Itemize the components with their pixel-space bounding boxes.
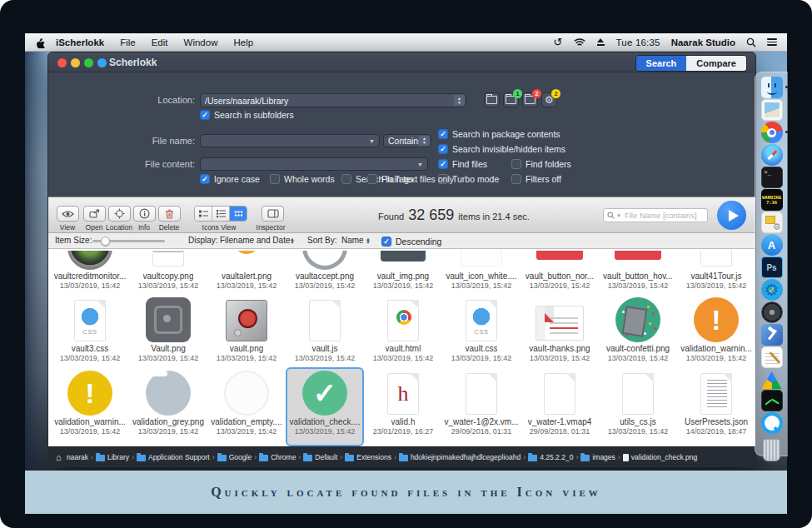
time-machine-icon[interactable]: ↺ [554,37,563,47]
close-window-button[interactable] [57,58,67,67]
location-combo[interactable]: /Users/naarak/Library ▲▼ [200,93,466,107]
file-item[interactable]: vault-thanks.png13/03/2019, 15:42 [521,294,599,367]
window-titlebar[interactable]: Scherlokk Search Compare [48,52,755,72]
path-item[interactable]: validation_check.png [623,453,697,461]
open-button[interactable] [83,206,106,222]
extra-window-button[interactable] [97,58,107,67]
checkbox-filters-off[interactable]: Filters off [511,173,561,184]
checkbox-plain-text-only[interactable]: Plain text files only [367,173,454,184]
file-item[interactable]: vault-confetti.png13/03/2019, 15:42 [599,294,677,367]
path-item[interactable]: hdokiejnpimakedhajhdlcegeplioahd [399,453,521,461]
file-item[interactable]: v_water-1.vmap429/09/2018, 01:31 [521,367,599,446]
file-item[interactable]: vaultcopy.png13/03/2019, 15:42 [129,249,207,294]
file-item[interactable]: validation_check....13/03/2019, 15:42 [286,367,364,446]
file-item[interactable]: Vault.png13/03/2019, 15:42 [129,294,207,367]
apple-menu-icon[interactable] [35,37,45,48]
menu-edit[interactable]: Edit [152,37,168,47]
file-item[interactable]: vault.png13/03/2019, 15:42 [207,294,286,367]
file-item[interactable]: validation_empty....13/03/2019, 15:42 [207,367,286,446]
file-item[interactable]: validation_warnin...13/03/2019, 15:42 [51,367,129,446]
menu-app-name[interactable]: iScherlokk [56,37,104,47]
dock-photos[interactable] [761,99,783,121]
file-item[interactable]: vaultaccept.png13/03/2019, 15:42 [286,249,364,294]
file-item[interactable]: vault_button_nor...13/03/2019, 15:42 [521,249,599,294]
dock-updater[interactable] [761,279,783,301]
file-item[interactable]: vault3.css13/03/2019, 15:42 [51,294,129,367]
file-item[interactable]: vault_icon_white....13/03/2019, 15:42 [442,249,521,294]
start-search-button[interactable] [717,201,746,230]
display-select[interactable]: Filename and Date [220,233,291,248]
dock-photoshop[interactable] [761,257,783,278]
item-size-slider[interactable] [92,240,165,242]
inspector-button[interactable] [262,206,284,222]
eject-icon[interactable] [596,38,605,46]
list-view-button[interactable] [195,207,212,221]
checkbox-ignore-case[interactable]: Ignore case [200,173,260,184]
file-item[interactable]: vault.css13/03/2019, 15:42 [442,294,521,367]
folder-add-button[interactable]: 1 [503,92,519,107]
menu-window[interactable]: Window [184,37,218,47]
detail-view-button[interactable] [212,207,230,221]
view-button[interactable] [57,206,79,222]
dock-trash[interactable] [763,439,780,461]
delete-button[interactable] [158,206,181,222]
path-item[interactable]: Chrome [259,453,296,461]
path-item[interactable]: naarak [56,453,88,461]
checkbox-package-contents[interactable]: Search in package contents [438,128,560,139]
display-stepper-icon[interactable]: ▲▼ [290,233,295,248]
notification-center-icon[interactable] [767,38,777,46]
file-item[interactable]: v_water-1@2x.vm...29/09/2018, 01:31 [442,367,521,446]
minimize-window-button[interactable] [71,58,80,67]
dock-quicktime[interactable] [761,412,783,434]
sort-stepper-icon[interactable]: ▲▼ [366,233,371,248]
dock-installer[interactable] [761,212,783,233]
menu-help[interactable]: Help [233,37,253,47]
folder-remove-button[interactable]: 2 [522,92,538,107]
file-item[interactable]: validation_warnin...13/03/2019, 15:42 [677,294,755,367]
dock-textedit[interactable] [761,346,783,368]
location-button[interactable] [108,206,131,222]
dock-app-store[interactable] [761,234,783,256]
dock-xcode[interactable] [761,324,783,346]
checkbox-whole-words[interactable]: Whole words [270,173,335,184]
file-content-combo[interactable]: ▼ [200,157,428,171]
file-item[interactable]: vault41Tour.js13/03/2019, 15:42 [677,249,755,294]
match-mode-select[interactable]: Containing ▲▼ [383,134,431,147]
path-item[interactable]: Application Support [137,453,210,461]
menu-file[interactable]: File [120,37,136,47]
dock-safari[interactable] [761,144,783,166]
file-item[interactable]: utils_cs.js13/03/2019, 15:42 [599,367,677,446]
folder-open-button[interactable] [484,92,500,107]
slider-knob[interactable] [101,237,110,246]
tab-search[interactable]: Search [636,56,687,71]
file-item[interactable]: vault.js13/03/2019, 15:42 [286,294,364,367]
zoom-window-button[interactable] [84,58,93,67]
icons-view-button[interactable] [230,207,247,221]
tab-compare[interactable]: Compare [686,56,746,71]
dock-terminal[interactable] [761,167,783,188]
file-item[interactable]: vault_img.png13/03/2019, 15:42 [364,249,442,294]
file-item[interactable]: vault.html13/03/2019, 15:42 [364,294,442,367]
sort-select[interactable]: Name [341,233,364,248]
wifi-icon[interactable] [574,37,585,47]
path-item[interactable]: Extensions [345,453,391,461]
spotlight-search-icon[interactable] [746,37,756,47]
path-item[interactable]: Google [217,453,252,461]
checkbox-find-files[interactable]: Find files [438,158,487,169]
dock-status-widget[interactable]: WARNING 7:36 [761,189,783,211]
location-settings-button[interactable]: ⚙2 [541,92,557,107]
path-item[interactable]: Library [96,453,129,461]
file-item[interactable]: UserPresets.json14/02/2019, 18:47 [677,367,755,446]
file-item[interactable]: vaultalert.png13/03/2019, 15:42 [207,249,286,294]
checkbox-invisible-items[interactable]: Search invisible/hidden items [438,143,565,154]
dock-finder[interactable] [761,77,783,98]
path-item[interactable]: images [580,453,615,461]
dock-steering-wheel-app[interactable] [761,301,783,323]
menu-account[interactable]: Naarak Studio [671,37,735,47]
filter-field[interactable]: ▼ [603,208,708,222]
menu-clock[interactable]: Tue 16:35 [616,37,660,47]
file-item[interactable]: vault_button_hov...13/03/2019, 15:42 [599,249,677,294]
checkbox-find-folders[interactable]: Find folders [511,158,571,169]
info-button[interactable] [133,206,156,222]
dock-chrome[interactable] [761,122,783,143]
